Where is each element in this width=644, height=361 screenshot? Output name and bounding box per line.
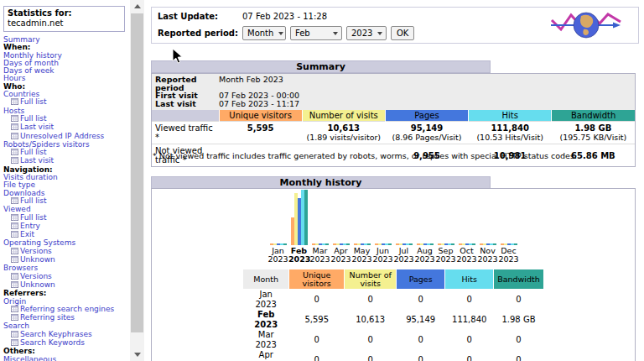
site-name: tecadmin.net	[8, 18, 121, 29]
value-cell: 0	[445, 350, 494, 361]
chart-month-jul-2023	[393, 243, 414, 245]
month-axis-label: Nov2023	[477, 247, 498, 264]
summary-corner-cell	[152, 110, 219, 122]
bar-bandwidth	[304, 190, 308, 245]
value-cell: 0	[445, 290, 494, 311]
sidebar-nav: SummaryWhen:Monthly historyDays of month…	[3, 36, 130, 361]
period-month-select[interactable]: Feb	[290, 26, 342, 40]
statistics-for-box: Statistics for: tecadmin.net	[3, 6, 125, 32]
sidebar-item-label: Referring search engines	[20, 305, 114, 313]
ok-button[interactable]: OK	[391, 26, 414, 40]
value-cell: 0	[397, 350, 445, 361]
scroll-up-button[interactable]	[130, 0, 144, 13]
chart-month-aug-2023	[414, 243, 435, 245]
sidebar-item-label: Versions	[20, 272, 52, 280]
report-header: Last Update: 07 Feb 2023 - 11:28 Reporte…	[151, 7, 639, 44]
bar-bandwidth	[472, 243, 475, 245]
chart-month-oct-2023	[456, 243, 477, 245]
arrow-up-icon	[134, 4, 141, 8]
value-cell: 0	[345, 290, 397, 311]
table-icon	[11, 115, 18, 123]
month-cell: Mar 2023	[243, 330, 289, 350]
table-icon	[11, 214, 18, 222]
last-update-label: Last Update:	[158, 12, 242, 21]
chart-month-dec-2023	[498, 243, 519, 245]
bar-bandwidth	[388, 243, 392, 245]
table-icon	[11, 149, 18, 157]
chart-month-may-2023	[351, 243, 372, 245]
month-axis-label: May2023	[351, 247, 372, 264]
column-header-hits: Hits	[445, 269, 494, 290]
column-header-unique-visitors: Unique visitors	[289, 269, 345, 290]
table-icon	[11, 331, 18, 339]
last-visit-label: Last visit	[152, 100, 219, 108]
sidebar-item-label: Unknown	[20, 255, 55, 264]
last-visit-value: 07 Feb 2023 - 11:17	[219, 100, 299, 108]
monthly-history-chart	[152, 190, 635, 245]
value-cell: 0	[397, 330, 445, 350]
scroll-down-button[interactable]	[130, 348, 144, 361]
sidebar-item-label: Search Keywords	[20, 338, 85, 347]
reported-period-row-value: Month Feb 2023	[219, 76, 283, 92]
monthly-row-feb-2023: Feb 20235,59510,61395,149111,8401.98 GB	[243, 310, 544, 330]
sidebar-item-miscellaneous[interactable]: Miscellaneous	[3, 356, 130, 361]
sidebar-item-label: Versions	[20, 247, 52, 255]
value-cell: 95,149	[397, 310, 445, 330]
viewed-traffic-number-of-visits: 10,613(1.89 visits/visitor)	[302, 122, 385, 144]
value-cell: 0	[397, 290, 445, 311]
table-icon	[11, 273, 18, 281]
monthly-row-mar-2023: Mar 202300000	[243, 330, 544, 350]
sidebar-item-label: Entry	[20, 222, 40, 230]
column-header-pages: Pages	[385, 110, 468, 122]
value-cell: 0	[345, 330, 397, 350]
chart-month-jan-2023	[267, 243, 288, 245]
arrow-down-icon	[134, 353, 141, 357]
viewed-traffic-bandwidth: 1.98 GB(195.75 KB/Visit)	[552, 122, 635, 144]
month-cell: Feb 2023	[243, 310, 289, 330]
chevron-down-icon	[333, 32, 338, 35]
sidebar-item-label: Search Keyphrases	[20, 330, 92, 338]
period-year-select[interactable]: 2023	[346, 26, 387, 40]
value-cell: 10,613	[345, 310, 397, 330]
bar-bandwidth	[493, 243, 496, 245]
bar-bandwidth	[514, 243, 517, 245]
bar-bandwidth	[430, 243, 434, 245]
bar-bandwidth	[325, 243, 329, 245]
sidebar-item-label: Full list	[20, 148, 46, 156]
sidebar-scrollbar[interactable]	[130, 0, 144, 361]
chart-month-nov-2023	[477, 243, 498, 245]
reported-period-row-label: Reported period	[152, 76, 219, 92]
sidebar-item-label: Full list	[20, 196, 46, 205]
column-header-bandwidth: Bandwidth	[494, 269, 544, 290]
month-cell: Apr 2023	[243, 350, 289, 361]
viewed-traffic-pages: 95,149(8.96 Pages/Visit)	[385, 122, 468, 144]
month-axis-label: Sep2023	[435, 247, 456, 264]
value-cell: 0	[445, 330, 494, 350]
month-axis-label: Jul2023	[393, 247, 414, 264]
bar-bandwidth	[346, 243, 350, 245]
summary-section-title: Summary	[151, 60, 491, 73]
scrollbar-thumb[interactable]	[131, 13, 143, 332]
bar-bandwidth	[367, 243, 371, 245]
sidebar-menu: Statistics for: tecadmin.net SummaryWhen…	[0, 0, 130, 361]
sidebar-item-label: Referring sites	[20, 313, 75, 322]
chart-month-jun-2023	[372, 243, 393, 245]
sidebar-item-label: Unresolved IP Address	[20, 132, 104, 140]
value-cell: 0	[494, 350, 544, 361]
value-cell: 111,840	[445, 310, 494, 330]
period-type-select[interactable]: Month	[242, 26, 286, 40]
month-cell: Jan 2023	[243, 290, 289, 311]
chevron-down-icon	[377, 32, 382, 35]
monthly-history-axis-labels: Jan2023Feb2023Mar2023Apr2023May2023Jun20…	[152, 247, 635, 264]
last-update-value: 07 Feb 2023 - 11:28	[242, 12, 327, 21]
sidebar-item-label: Last visit	[20, 123, 54, 131]
month-axis-label: Apr2023	[330, 247, 351, 264]
month-axis-label: Feb2023	[288, 247, 309, 264]
chevron-down-icon	[278, 32, 283, 35]
bar-bandwidth	[451, 243, 454, 245]
table-icon	[11, 248, 18, 256]
sidebar-item-label: Unknown	[20, 280, 55, 289]
summary-footnote: * Not viewed traffic includes traffic ge…	[153, 151, 577, 160]
bar-bandwidth	[409, 243, 413, 245]
value-cell: 1.98 GB	[494, 310, 544, 330]
